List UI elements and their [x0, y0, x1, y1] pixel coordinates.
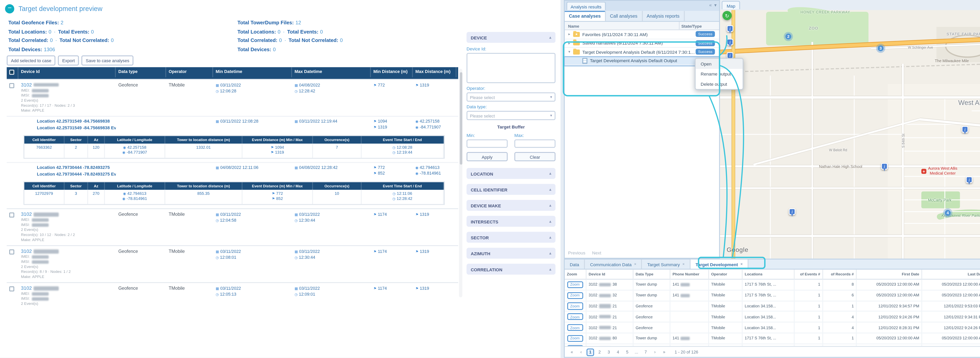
- map-cluster-marker[interactable]: 3: [876, 44, 885, 53]
- next-page-button[interactable]: ›: [651, 348, 659, 356]
- apply-button[interactable]: Apply: [466, 152, 508, 161]
- chevron-down-icon[interactable]: ▾: [714, 3, 717, 8]
- min-input[interactable]: [466, 139, 508, 148]
- page-button-2[interactable]: 2: [596, 348, 603, 356]
- expander-icon[interactable]: ▸: [566, 32, 572, 36]
- cell-table-row[interactable]: 127029793270◉42.794613◉-78.814961855.35⚑…: [24, 190, 444, 204]
- zoom-button[interactable]: Zoom: [567, 281, 583, 288]
- collapse-left-icon[interactable]: «: [709, 3, 712, 8]
- scrollbar-thumb[interactable]: [460, 72, 462, 165]
- zoom-button[interactable]: Zoom: [567, 303, 583, 310]
- filter-section-device[interactable]: DEVICE▴: [466, 32, 555, 43]
- map-tab[interactable]: Map: [722, 1, 740, 9]
- page-button-1[interactable]: 1: [587, 348, 594, 356]
- zoom-button[interactable]: Zoom: [567, 292, 583, 299]
- close-icon[interactable]: ×: [740, 262, 743, 266]
- map-pin[interactable]: i: [789, 208, 795, 215]
- location-row[interactable]: Location 42.79730444 -78.82493275Locatio…: [7, 162, 458, 180]
- column-header-data-type[interactable]: Data Type: [633, 270, 670, 280]
- tab-data[interactable]: Data: [565, 259, 585, 269]
- data-row[interactable]: Zoom310238Tower dump141TMobile1717 S 76t…: [565, 280, 980, 291]
- map-refresh-button[interactable]: ↻: [722, 11, 732, 20]
- tab-communication-data[interactable]: Communication Data×: [585, 259, 642, 269]
- filter-section-intersects[interactable]: INTERSECTS▴: [466, 216, 555, 227]
- row-checkbox[interactable]: [9, 83, 14, 88]
- row-checkbox[interactable]: [9, 213, 14, 217]
- column-header-last-date[interactable]: Last Date: [922, 270, 980, 280]
- clear-button[interactable]: Clear: [514, 152, 555, 161]
- tab-target-summary[interactable]: Target Summary×: [642, 259, 690, 269]
- map-pin[interactable]: i: [727, 25, 733, 32]
- device-id-input[interactable]: [466, 53, 555, 83]
- filter-section-sector[interactable]: SECTOR▴: [466, 232, 555, 243]
- tab-case-analyses[interactable]: Case analyses: [565, 11, 606, 21]
- first-page-button[interactable]: «: [568, 348, 576, 356]
- column-header-phone-number[interactable]: Phone Number: [670, 270, 709, 280]
- page-button-7[interactable]: 7: [642, 348, 649, 356]
- tab-call-analyses[interactable]: Call analyses: [606, 11, 643, 21]
- data-row[interactable]: Zoom310221GeofenceTMobileLocation 34.158…: [565, 323, 980, 333]
- filter-section-location[interactable]: LOCATION▴: [466, 168, 555, 179]
- filter-section-azimuth[interactable]: AZIMUTH▴: [466, 248, 555, 259]
- data-row[interactable]: Zoom310280Tower dump141TMobile1717 S 76t…: [565, 333, 980, 344]
- data-row[interactable]: Zoom310238Tower dump141TMobile1717 S 76t…: [565, 344, 980, 346]
- device-row[interactable]: 3102IMEI:IMSI:2 Event(s)Record(s): 8 / 9…: [7, 245, 458, 282]
- map-cluster-marker[interactable]: 4: [943, 208, 952, 217]
- add-selected-to-case-button[interactable]: Add selected to case: [7, 56, 56, 66]
- page-button-4[interactable]: 4: [614, 348, 622, 356]
- column-header-locations[interactable]: Locations: [743, 270, 795, 280]
- map-pin[interactable]: i: [727, 38, 733, 45]
- filter-section-cell-identifier[interactable]: CELL IDENTIFIER▴: [466, 184, 555, 195]
- export-button[interactable]: Export: [58, 56, 79, 66]
- data-row[interactable]: Zoom310232Tower dump141TMobile1717 S 76t…: [565, 290, 980, 301]
- operator-select[interactable]: Please select▾: [466, 93, 555, 102]
- column-header-zoom[interactable]: Zoom: [565, 270, 586, 280]
- context-menu-item-rename-output[interactable]: Rename output: [695, 69, 743, 79]
- analysis-tree-row[interactable]: ▾Target Development Analysis Default (6/…: [565, 48, 719, 57]
- analysis-tree-row[interactable]: ▸Favorites (6/11/2024 7:30:11 AM)Success: [565, 30, 719, 39]
- filter-section-device-make[interactable]: DEVICE MAKE▴: [466, 200, 555, 211]
- data-type-select[interactable]: Please select▾: [466, 111, 555, 120]
- column-header-of-records[interactable]: # of Records: [823, 270, 857, 280]
- device-row[interactable]: 3102IMEI:IMSI:2 Event(s)GeofenceTMobile▦…: [7, 282, 458, 309]
- analysis-tree-row[interactable]: ▸Saved narratives (6/11/2024 7:30:11 AM)…: [565, 39, 719, 48]
- map-pin[interactable]: i: [962, 126, 968, 133]
- map-pin[interactable]: i: [881, 163, 888, 170]
- data-row[interactable]: Zoom310221GeofenceTMobileLocation 34.158…: [565, 312, 980, 323]
- page-button-5[interactable]: 5: [624, 348, 631, 356]
- context-menu-item-open[interactable]: Open: [695, 59, 743, 69]
- save-to-case-analyses-button[interactable]: Save to case analyses: [81, 56, 134, 66]
- cell-table-row[interactable]: 76633622120◉42.257158◉-84.7719071332.01⚑…: [24, 144, 444, 158]
- page-button-3[interactable]: 3: [605, 348, 613, 356]
- tab-target-development[interactable]: Target Development×: [690, 259, 749, 269]
- column-header-of-events[interactable]: # of Events: [795, 270, 823, 280]
- map-pin[interactable]: i: [966, 176, 972, 183]
- previous-button[interactable]: Previous: [568, 250, 585, 256]
- select-all-checkbox[interactable]: [9, 70, 14, 75]
- data-row[interactable]: Zoom310221GeofenceTMobileLocation 34.158…: [565, 301, 980, 312]
- tab-analysis-reports[interactable]: Analysis reports: [643, 11, 685, 21]
- analysis-results-tab[interactable]: Analysis results: [566, 2, 606, 10]
- name-column-header[interactable]: Name: [565, 22, 679, 29]
- close-icon[interactable]: ×: [682, 262, 685, 266]
- next-button[interactable]: Next: [592, 250, 601, 256]
- map-cluster-marker[interactable]: 2: [784, 32, 793, 41]
- expander-icon[interactable]: ▾: [566, 50, 572, 54]
- location-row[interactable]: Location 42.25731549 -84.75669838Locatio…: [7, 116, 458, 133]
- preview-scrollbar[interactable]: [459, 69, 462, 297]
- collapse-panel-button[interactable]: −: [5, 4, 14, 13]
- close-icon[interactable]: ×: [634, 262, 636, 266]
- filter-section-correlation[interactable]: CORRELATION▴: [466, 264, 555, 275]
- row-checkbox[interactable]: [9, 249, 14, 254]
- column-header-first-date[interactable]: First Date: [857, 270, 922, 280]
- zoom-button[interactable]: Zoom: [567, 324, 583, 331]
- row-checkbox[interactable]: [9, 286, 14, 291]
- column-header-operator[interactable]: Operator: [709, 270, 743, 280]
- zoom-button[interactable]: Zoom: [567, 313, 583, 320]
- context-menu-item-delete-output[interactable]: Delete output: [695, 79, 743, 89]
- previous-page-button[interactable]: ‹: [577, 348, 585, 356]
- device-row[interactable]: 3102IMEI:IMSI:2 Event(s)Record(s): 10 / …: [7, 208, 458, 245]
- max-input[interactable]: [514, 139, 555, 148]
- expander-icon[interactable]: ▸: [566, 41, 572, 45]
- zoom-button[interactable]: Zoom: [567, 335, 583, 342]
